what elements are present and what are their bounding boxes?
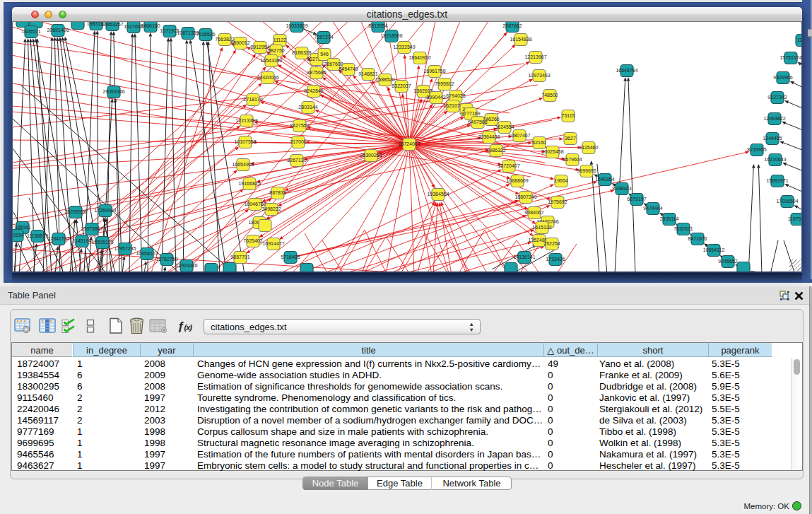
svg-text:8186328: 8186328 (292, 50, 311, 55)
svg-text:23975867: 23975867 (81, 226, 102, 231)
svg-text:7955812: 7955812 (435, 81, 454, 86)
svg-text:18807249: 18807249 (514, 194, 536, 199)
svg-text:3875685: 3875685 (307, 70, 326, 75)
svg-text:7625402: 7625402 (243, 238, 262, 243)
svg-text:18640910: 18640910 (408, 55, 430, 60)
svg-text:8427552: 8427552 (290, 123, 309, 128)
svg-text:10973493: 10973493 (528, 73, 550, 78)
svg-text:1405571: 1405571 (21, 29, 40, 34)
svg-text:2718170: 2718170 (243, 97, 262, 102)
svg-text:9777169: 9777169 (461, 111, 480, 116)
svg-text:75115: 75115 (562, 113, 575, 118)
svg-text:16961758: 16961758 (423, 69, 445, 74)
svg-text:887833: 887833 (269, 190, 286, 195)
svg-text:25300253: 25300253 (360, 153, 382, 158)
svg-text:1117: 1117 (797, 37, 802, 42)
svg-text:8813054: 8813054 (368, 23, 387, 28)
svg-text:10853257: 10853257 (101, 22, 123, 27)
svg-text:12342737: 12342737 (47, 236, 69, 241)
svg-text:3627: 3627 (565, 136, 576, 141)
svg-text:6497568: 6497568 (468, 119, 487, 124)
svg-text:12213967: 12213967 (524, 54, 546, 59)
svg-text:9860012: 9860012 (230, 40, 249, 45)
svg-text:16046788: 16046788 (244, 201, 266, 206)
svg-text:252254: 252254 (543, 241, 560, 246)
svg-text:11156829: 11156829 (27, 233, 48, 238)
svg-text:10025458: 10025458 (541, 149, 563, 154)
svg-text:7357274: 7357274 (314, 35, 333, 40)
svg-text:317006: 317006 (290, 139, 306, 144)
svg-text:5716485: 5716485 (281, 255, 300, 259)
svg-text:1640954: 1640954 (595, 177, 614, 182)
svg-text:2867608: 2867608 (324, 62, 343, 66)
svg-text:9146821: 9146821 (358, 71, 377, 76)
svg-text:20364436: 20364436 (478, 134, 500, 139)
svg-text:15692971: 15692971 (766, 178, 788, 183)
svg-text:1588520: 1588520 (375, 77, 394, 82)
svg-text:9857791: 9857791 (230, 255, 249, 259)
svg-text:19218506: 19218506 (380, 33, 402, 38)
svg-text:748500: 748500 (541, 93, 558, 98)
svg-text:16154838: 16154838 (510, 37, 531, 42)
svg-text:12093822: 12093822 (763, 116, 785, 121)
svg-text:14136141: 14136141 (513, 255, 535, 259)
svg-text:1975692: 1975692 (548, 199, 567, 204)
svg-text:8938923: 8938923 (612, 186, 631, 191)
svg-text:20691406: 20691406 (47, 28, 69, 33)
svg-text:12332549: 12332549 (393, 45, 415, 49)
svg-text:29053346: 29053346 (102, 89, 124, 94)
svg-text:19166825: 19166825 (238, 181, 260, 186)
svg-text:546: 546 (320, 52, 329, 57)
svg-text:3498222: 3498222 (261, 206, 281, 211)
svg-text:16033809: 16033809 (286, 23, 307, 28)
svg-text:15751074: 15751074 (779, 55, 801, 60)
svg-text:9084067: 9084067 (524, 210, 543, 215)
svg-text:17359924: 17359924 (94, 208, 116, 213)
svg-text:3624554: 3624554 (495, 124, 514, 129)
svg-text:10654112: 10654112 (703, 247, 725, 252)
svg-text:9699695: 9699695 (577, 168, 596, 173)
svg-text:16914477: 16914477 (262, 241, 284, 246)
svg-text:2087682: 2087682 (502, 23, 522, 28)
svg-text:12213383: 12213383 (235, 118, 257, 123)
svg-text:11122: 11122 (273, 37, 287, 42)
svg-text:982750: 982750 (268, 48, 284, 53)
svg-text:9474444: 9474444 (643, 206, 662, 211)
svg-text:2803144: 2803144 (298, 105, 317, 110)
svg-text:16543392: 16543392 (260, 58, 282, 63)
svg-text:1167533: 1167533 (788, 216, 802, 221)
svg-text:8466160: 8466160 (141, 23, 160, 28)
svg-text:17957235: 17957235 (114, 246, 136, 251)
svg-text:12923446: 12923446 (175, 263, 197, 268)
svg-text:20206536: 20206536 (64, 209, 86, 214)
svg-text:16782759: 16782759 (155, 257, 177, 262)
svg-text:7515526: 7515526 (196, 32, 215, 37)
svg-text:2935114: 2935114 (660, 216, 679, 221)
svg-text:1733426: 1733426 (546, 257, 565, 262)
svg-text:8471676: 8471676 (688, 236, 707, 241)
svg-text:9242845: 9242845 (304, 88, 323, 93)
svg-text:8912954: 8912954 (250, 45, 269, 49)
svg-text:8454749: 8454749 (339, 66, 358, 71)
svg-text:12505135: 12505135 (91, 240, 113, 245)
svg-text:7986322: 7986322 (486, 148, 505, 153)
svg-text:10688609: 10688609 (506, 178, 528, 183)
svg-text:16648784: 16648784 (616, 68, 637, 73)
svg-text:17016504: 17016504 (776, 199, 798, 204)
svg-text:8990443: 8990443 (426, 95, 445, 100)
svg-text:1145194: 1145194 (73, 238, 92, 243)
svg-text:22420046: 22420046 (257, 75, 278, 80)
svg-text:6879197: 6879197 (627, 197, 646, 201)
svg-text:7632621: 7632621 (673, 226, 693, 231)
svg-text:8322037: 8322037 (392, 83, 411, 88)
svg-text:15720407: 15720407 (498, 163, 519, 168)
svg-text:9115460: 9115460 (579, 145, 599, 150)
svg-text:6794028: 6794028 (446, 93, 465, 98)
svg-text:9227342: 9227342 (767, 95, 787, 100)
svg-text:10107553: 10107553 (234, 139, 256, 144)
svg-text:16210643: 16210643 (764, 157, 786, 162)
svg-text:39154: 39154 (13, 233, 24, 238)
svg-text:19384554: 19384554 (427, 192, 449, 197)
svg-text:8215955: 8215955 (747, 147, 766, 152)
svg-text:9245652: 9245652 (718, 259, 737, 264)
